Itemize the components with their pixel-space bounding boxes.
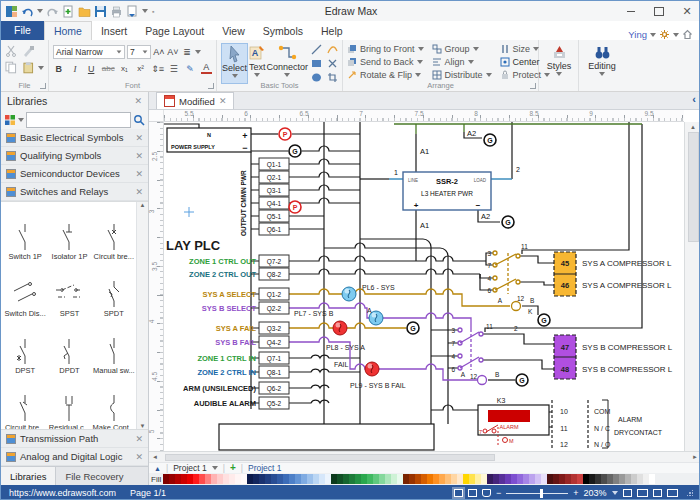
wiring-diagram[interactable]: N POWER SUPPLY + − LAY PLC OUTPUT CMMN P… (164, 122, 684, 451)
print-button[interactable] (110, 5, 123, 18)
grow-font-button[interactable]: A˄ (153, 47, 165, 57)
sidebar-tab-libraries[interactable]: Libraries (1, 467, 56, 485)
libraries-close-icon[interactable]: ✕ (134, 96, 142, 106)
zoom-slider-thumb[interactable] (540, 489, 543, 498)
font-color-button[interactable]: A (201, 63, 212, 74)
qat-customize-icon[interactable]: ▪ (152, 8, 154, 15)
dry-contact-strip[interactable]: 10 COM 11 N / C 12 N / O ALARM DRYCONTAC… (552, 400, 663, 448)
erase-tool-icon[interactable] (327, 58, 338, 69)
zoom-slider[interactable] (506, 493, 568, 494)
underline-button[interactable]: U (86, 64, 97, 74)
plc-label[interactable]: LAY PLC (166, 238, 221, 253)
library-item-analog-digital[interactable]: Analog and Digital Logic✕ (1, 448, 148, 466)
library-item-semiconductor[interactable]: Semiconductor Devices✕ (1, 165, 148, 183)
symbol-residual-current[interactable]: Residual c... (47, 375, 91, 430)
tab-home[interactable]: Home (44, 21, 92, 40)
gear-dropdown[interactable] (673, 33, 679, 37)
power-supply-box[interactable]: N POWER SUPPLY + − (167, 128, 251, 153)
library-item-transmission-path[interactable]: Transmission Path✕ (1, 430, 148, 448)
bullets-button[interactable]: ☰ (168, 64, 179, 74)
tab-insert[interactable]: Insert (92, 22, 136, 40)
tab-help[interactable]: Help (312, 22, 352, 40)
cut-icon[interactable] (5, 45, 18, 57)
bring-to-front-button[interactable]: Bring to Front (347, 44, 424, 55)
format-painter-icon[interactable] (22, 45, 35, 57)
zone-labels[interactable]: ZONE 1 CTRL OUT ZONE 2 CTRL OUT SYS A SE… (183, 257, 256, 408)
file-dialog-launcher[interactable] (40, 83, 46, 89)
scroll-down-icon[interactable]: ▼ (140, 423, 146, 429)
bold-button[interactable]: B (53, 64, 64, 74)
symbol-manual-switch[interactable]: Manual sw... (92, 318, 136, 375)
zoom-dropdown[interactable] (612, 491, 618, 495)
text-tool-button[interactable]: A Text (248, 43, 266, 84)
tab-file[interactable]: File (1, 21, 44, 40)
align-button[interactable]: Align (432, 57, 492, 68)
text-align-button[interactable]: ≣ (181, 47, 193, 57)
paste-icon[interactable] (22, 61, 35, 74)
page-view-icon[interactable] (468, 489, 477, 497)
symbol-switch-disconnector[interactable]: Switch Dis... (3, 261, 47, 318)
q-lower-terminals[interactable]: Q7-2 Q8-2 Q1-2 Q2-2 Q3-2 Q4-2 Q7-1 Q8-1 … (259, 255, 289, 409)
drawing-canvas[interactable]: N POWER SUPPLY + − LAY PLC OUTPUT CMMN P… (164, 122, 684, 451)
tab-view[interactable]: View (213, 22, 254, 40)
home-icon[interactable] (682, 29, 693, 40)
distribute-button[interactable]: Distribute (432, 69, 492, 80)
status-url[interactable]: https://www.edrawsoft.com (9, 488, 116, 498)
document-tab-modified[interactable]: Modified ✕ (156, 92, 234, 109)
styles-button[interactable]: Styles (543, 43, 575, 84)
copy-icon[interactable] (5, 61, 18, 74)
connector-tool-button[interactable]: Connector (266, 43, 308, 84)
zoom-percentage[interactable]: 203% (583, 488, 606, 498)
paste-dropdown[interactable] (38, 66, 44, 70)
library-close-icon[interactable]: ✕ (135, 434, 143, 444)
zoom-in-button[interactable]: + (573, 488, 578, 498)
palette-swatch[interactable] (649, 474, 655, 484)
grid-icon[interactable] (667, 489, 678, 497)
maximize-button[interactable] (645, 1, 673, 21)
alarm-relay[interactable]: K3 ALARM 7 M (479, 397, 530, 446)
line-tool-icon[interactable] (311, 44, 322, 55)
line-spacing-button[interactable]: ⇕≡ (151, 64, 163, 74)
app-logo-icon[interactable] (5, 5, 18, 18)
search-input[interactable] (26, 112, 131, 128)
editing-button[interactable]: Editing (583, 43, 621, 84)
rectangle-tool-icon[interactable] (311, 58, 322, 69)
library-picker-dropdown[interactable] (18, 118, 24, 122)
horizontal-scrollbar[interactable]: ◄ ► (149, 451, 700, 462)
library-item-basic-electrical[interactable]: Basic Electrical Symbols✕ (1, 129, 148, 147)
sidebar-tab-file-recovery[interactable]: File Recovery (56, 467, 132, 485)
add-page-button[interactable]: + (230, 463, 236, 473)
resize-grip[interactable] (687, 490, 694, 497)
q-upper-terminals[interactable]: Q1-1 Q2-1 Q3-1 Q4-1 Q5-1 Q6-1 (259, 158, 289, 235)
open-folder-button[interactable] (78, 5, 91, 18)
select-tool-button[interactable]: Select (221, 43, 248, 84)
account-name[interactable]: Ying (628, 29, 647, 40)
zoom-out-button[interactable]: − (496, 488, 501, 498)
document-tab-close-icon[interactable]: ✕ (219, 96, 227, 106)
rotate-flip-button[interactable]: Rotate & Flip (347, 69, 424, 80)
normal-view-icon[interactable] (454, 489, 463, 497)
library-picker-icon[interactable] (4, 114, 16, 126)
page-tab-project-1[interactable]: Project 1 (248, 463, 282, 473)
undo-dropdown[interactable] (37, 9, 43, 13)
minimize-button[interactable] (617, 1, 645, 21)
fit-page-icon[interactable] (637, 489, 648, 497)
new-document-button[interactable] (62, 5, 75, 18)
library-close-icon[interactable]: ✕ (135, 169, 143, 179)
account-dropdown[interactable] (650, 33, 656, 37)
symbol-scrollbar[interactable]: ▲▼ (136, 202, 148, 429)
vertical-ruler[interactable]: 2.5 3 3.5 4 4.5 5 (149, 122, 164, 451)
scroll-up-icon[interactable]: ▲ (140, 202, 146, 208)
redo-button[interactable] (46, 5, 59, 18)
library-item-qualifying[interactable]: Qualifying Symbols✕ (1, 147, 148, 165)
symbol-circuit-breaker-2[interactable]: Circuit bre... (3, 375, 47, 430)
scroll-left-icon[interactable]: ◄ (149, 454, 161, 460)
symbol-dpdt[interactable]: DPDT (47, 318, 91, 375)
font-size-select[interactable]: 7 (127, 45, 151, 59)
symbol-spdt[interactable]: SPDT (92, 261, 136, 318)
text-align-dropdown[interactable] (195, 50, 201, 54)
presentation-view-icon[interactable] (482, 489, 491, 497)
zoom-region-icon[interactable] (653, 489, 662, 497)
superscript-button[interactable]: x² (135, 64, 146, 73)
symbol-spst[interactable]: SPST (47, 261, 91, 318)
